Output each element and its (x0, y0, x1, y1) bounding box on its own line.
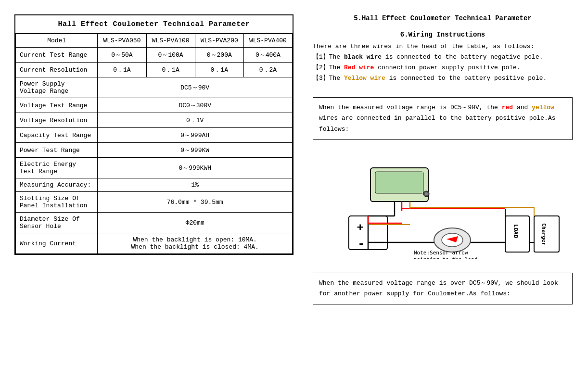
param-table-wrapper: Hall Effect Coulometer Technical Paramet… (14, 14, 294, 255)
row-span-value: When the backlight is open: 10MA. When t… (98, 233, 293, 254)
battery-plus: + (357, 221, 363, 233)
row-label: Slotting Size Of Panel Installation (16, 192, 98, 213)
wire1-bold: black wire (344, 53, 382, 61)
note-text-line1: Note:Sensor arrow (414, 250, 468, 256)
table-row: Slotting Size Of Panel Installation 76.0… (16, 192, 293, 213)
row-label: Working Current (16, 233, 98, 254)
wire2-red: Red wire (344, 64, 374, 71)
left-section: Hall Effect Coulometer Technical Paramet… (10, 10, 298, 382)
table-row: Working Current When the backlight is op… (16, 233, 293, 254)
row-span-value: DC0～300V (98, 98, 293, 113)
voltage-box-mid: and (513, 104, 532, 111)
table-row: Capacity Test Range 0～999AH (16, 128, 293, 143)
meter-screen (375, 172, 423, 193)
table-row: Current Resolution 0．1A 0．1A 0．1A 0．2A (16, 63, 293, 77)
row-span-value: 76.0mm * 39.5mm (98, 192, 293, 213)
row-val4: 0～400A (243, 48, 292, 63)
bottom-voltage-box: When the measured voltage range is over … (313, 273, 573, 304)
table-title: Hall Effect Coulometer Technical Paramet… (15, 15, 293, 34)
table-row: Voltage Resolution 0．1V (16, 113, 293, 128)
voltage-box-end: wires are connected in parallel to the b… (319, 114, 555, 132)
row-val1: 0～50A (98, 48, 146, 63)
row-label: Measuring Accuracy: (16, 178, 98, 192)
note-text-line2: pointing to the load (414, 256, 477, 259)
table-row: Voltage Test Range DC0～300V (16, 98, 293, 113)
row-val1: 0．1A (98, 63, 146, 77)
header-col4: WLS-PVA400 (243, 34, 292, 48)
diagram-svg: B R Y + - (322, 153, 563, 259)
wiring-intro: There are three wires in the head of the… (313, 41, 573, 84)
table-row: Electric Energy Test Range 0～999KWH (16, 158, 293, 178)
row-span-value: DC5～90V (98, 77, 293, 98)
wire2-text: 【2】The Red wire connection power supply … (313, 64, 521, 71)
wiring-section: 6.Wiring Instructions There are three wi… (313, 31, 573, 84)
wire3-text: 【3】The Yellow wire is connected to the b… (313, 75, 547, 82)
load-label: LOAD (512, 224, 519, 238)
row-val2: 0～100A (146, 48, 195, 63)
right-section: 5.Hall Effect Coulometer Technical Param… (308, 10, 577, 382)
table-row: Measuring Accuracy: 1% (16, 178, 293, 192)
table-row: Diameter Size Of Sensor Hole Φ20mm (16, 213, 293, 233)
table-row: Power Test Range 0～999KW (16, 143, 293, 158)
row-span-value: 0～999KW (98, 143, 293, 158)
row-label: Electric Energy Test Range (16, 158, 98, 178)
row-label: Voltage Resolution (16, 113, 98, 128)
battery-minus: - (358, 238, 364, 250)
header-model-label: Model (16, 34, 98, 48)
row-label: Diameter Size Of Sensor Hole (16, 213, 98, 233)
table-header-row: Model WLS-PVA050 WLS-PVA100 WLS-PVA200 W… (16, 34, 293, 48)
row-span-value: 1% (98, 178, 293, 192)
bottom-box-text: When the measured voltage range is over … (319, 279, 558, 297)
voltage-box-red: red (502, 104, 513, 111)
row-val3: 0～200A (195, 48, 243, 63)
row-val2: 0．1A (146, 63, 195, 77)
wire3-yellow: Yellow wire (344, 75, 385, 82)
row-label: Power Test Range (16, 143, 98, 158)
header-col3: WLS-PVA200 (195, 34, 243, 48)
wiring-title: 6.Wiring Instructions (313, 31, 573, 38)
header-col2: WLS-PVA100 (146, 34, 195, 48)
row-label: Voltage Test Range (16, 98, 98, 113)
row-span-value: 0～999KWH (98, 158, 293, 178)
charger-label: Charger (541, 223, 547, 246)
header-col1: WLS-PVA050 (98, 34, 146, 48)
table-row: Power Supply Voltage Range DC5～90V (16, 77, 293, 98)
wiring-intro-text: There are three wires in the head of the… (313, 43, 534, 50)
table-row: Current Test Range 0～50A 0～100A 0～200A 0… (16, 48, 293, 63)
row-span-value: Φ20mm (98, 213, 293, 233)
row-label: Power Supply Voltage Range (16, 77, 98, 98)
voltage-box-yellow: yellow (532, 104, 554, 111)
param-table: Model WLS-PVA050 WLS-PVA100 WLS-PVA200 W… (15, 34, 293, 254)
section5-title: 5.Hall Effect Coulometer Technical Param… (313, 14, 573, 22)
row-span-value: 0．1V (98, 113, 293, 128)
row-label: Current Resolution (16, 63, 98, 77)
meter-button-inner (425, 192, 428, 195)
row-label: Capacity Test Range (16, 128, 98, 143)
wire1-text: 【1】The black wire is connected to the ba… (313, 53, 543, 61)
row-label: Current Test Range (16, 48, 98, 63)
row-val3: 0．1A (195, 63, 243, 77)
voltage-box-text1: When the measured voltage range is DC5～9… (319, 104, 502, 111)
wiring-diagram: B R Y + - (313, 151, 573, 262)
row-span-value: 0～999AH (98, 128, 293, 143)
voltage-box: When the measured voltage range is DC5～9… (313, 97, 573, 139)
row-val4: 0．2A (243, 63, 292, 77)
